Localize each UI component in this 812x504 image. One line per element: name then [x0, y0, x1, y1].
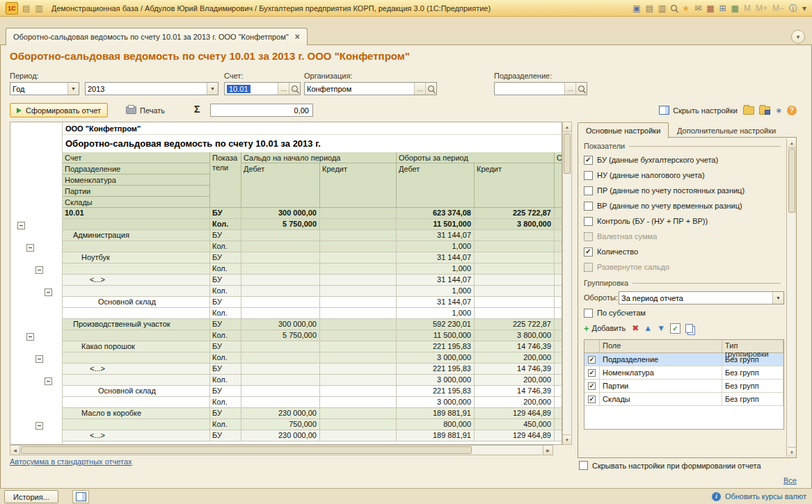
calculator-icon[interactable]: ⊞ — [719, 4, 726, 13]
report-cell[interactable]: Кол. — [210, 308, 241, 319]
report-cell[interactable]: 31 144,07 — [397, 252, 475, 263]
report-cell[interactable]: 31 144,07 — [397, 297, 475, 308]
table-icon[interactable]: ▦ — [731, 4, 739, 13]
report-cell[interactable]: БУ — [210, 230, 241, 241]
tree-collapse-toggle[interactable] — [35, 422, 43, 430]
memory-m-minus-icon[interactable]: M− — [772, 4, 784, 13]
report-cell-label[interactable] — [63, 375, 210, 386]
report-cell[interactable] — [320, 375, 397, 386]
tree-collapse-toggle[interactable] — [35, 266, 43, 274]
turnovers-combo[interactable]: За период отчета ▼ — [619, 291, 784, 304]
chevron-down-icon[interactable]: ▼ — [67, 83, 79, 95]
report-cell[interactable]: Кол. — [210, 397, 241, 408]
hide-settings-button[interactable]: Скрыть настройки — [659, 106, 738, 115]
report-cell[interactable]: 200,000 — [475, 397, 555, 408]
report-cell[interactable]: 225 722,87 — [475, 319, 555, 330]
report-cell[interactable]: БУ — [210, 364, 241, 375]
checkbox-icon[interactable] — [588, 356, 596, 364]
report-horizontal-scrollbar[interactable]: ◀ ▶ — [10, 445, 553, 455]
show-windows-button[interactable] — [72, 490, 89, 503]
report-cell[interactable]: БУ — [210, 319, 241, 330]
all-link[interactable]: Все — [783, 476, 797, 485]
report-cell[interactable]: 230 000,00 — [241, 408, 320, 419]
report-cell[interactable]: 11 500,000 — [397, 330, 475, 341]
report-cell-label[interactable] — [63, 330, 210, 341]
report-cell-label[interactable] — [63, 286, 210, 297]
grouping-row[interactable]: НоменклатураБез групп — [584, 366, 783, 380]
report-cell[interactable] — [320, 319, 397, 330]
report-cell-label[interactable] — [63, 419, 210, 430]
report-cell[interactable] — [241, 286, 320, 297]
report-cell[interactable]: Кол. — [210, 375, 241, 386]
report-cell[interactable]: Кол. — [210, 241, 241, 252]
new-document-icon[interactable]: ▤ — [22, 4, 30, 13]
chevron-down-icon[interactable]: ▼ — [207, 83, 218, 95]
info-icon[interactable]: ⓘ — [789, 4, 797, 13]
report-cell[interactable]: 3 000,000 — [397, 375, 475, 386]
period-type-combo[interactable]: Год ▼ — [10, 82, 79, 95]
report-cell[interactable] — [555, 230, 562, 241]
history-button[interactable]: История... — [4, 490, 58, 503]
open-document-icon[interactable]: ▥ — [35, 4, 42, 13]
report-cell[interactable]: 221 195,83 — [397, 341, 475, 352]
report-cell[interactable]: Кол. — [210, 286, 241, 297]
scroll-up-icon[interactable]: ▲ — [563, 122, 571, 132]
report-cell[interactable] — [475, 275, 555, 286]
memory-m-icon[interactable]: M — [744, 4, 751, 13]
report-cell-label[interactable] — [63, 352, 210, 364]
grouping-row[interactable]: ПодразделениеБез групп — [584, 353, 783, 366]
report-cell[interactable]: 31 144,07 — [397, 230, 475, 241]
save-settings-icon[interactable] — [759, 106, 770, 115]
report-cell[interactable] — [241, 341, 320, 352]
report-cell[interactable] — [555, 341, 562, 352]
tree-collapse-toggle[interactable] — [45, 288, 52, 296]
report-cell-label[interactable]: <...> — [63, 275, 210, 286]
save-icon[interactable]: ▣ — [632, 4, 640, 13]
report-cell[interactable] — [320, 275, 397, 286]
tree-collapse-toggle[interactable] — [45, 377, 52, 385]
tree-collapse-toggle[interactable] — [26, 244, 34, 252]
department-field[interactable]: … — [494, 82, 587, 95]
report-cell[interactable] — [320, 330, 397, 341]
report-cell[interactable] — [241, 364, 320, 375]
report-cell[interactable]: 450,000 — [475, 419, 555, 430]
ellipsis-icon[interactable]: … — [414, 83, 425, 95]
report-cell[interactable] — [320, 397, 397, 408]
report-cell[interactable]: 3 800,000 — [475, 219, 555, 230]
grouping-row[interactable]: ПартииБез групп — [584, 380, 783, 393]
report-cell[interactable]: 1,000 — [397, 308, 475, 319]
copy-icon[interactable] — [685, 324, 693, 333]
report-cell[interactable] — [241, 275, 320, 286]
report-cell[interactable]: 189 881,91 — [397, 408, 475, 419]
scrollbar-thumb[interactable] — [564, 133, 571, 174]
report-cell[interactable]: 14 746,39 — [475, 364, 555, 375]
ellipsis-icon[interactable]: … — [564, 83, 575, 95]
report-cell[interactable]: 623 374,08 — [397, 208, 475, 219]
tree-collapse-toggle[interactable] — [26, 333, 34, 341]
checkbox-icon[interactable] — [584, 263, 593, 272]
report-cell[interactable] — [320, 364, 397, 375]
report-cell[interactable] — [555, 252, 562, 263]
report-cell[interactable] — [320, 252, 397, 263]
configure-icon[interactable]: ∗ — [775, 106, 782, 115]
report-cell[interactable] — [475, 263, 555, 275]
report-cell[interactable]: 1,000 — [397, 263, 475, 275]
report-cell[interactable] — [555, 408, 562, 419]
report-cell-label[interactable]: Основной склад — [63, 297, 210, 308]
period-year-combo[interactable]: 2013 ▼ — [85, 82, 218, 95]
report-cell[interactable]: 14 746,39 — [475, 386, 555, 397]
checkbox-icon[interactable] — [579, 461, 588, 470]
checkbox-icon[interactable] — [584, 217, 593, 226]
report-cell[interactable]: БУ — [210, 208, 241, 219]
print-button[interactable]: Печать — [122, 103, 169, 117]
report-cell[interactable]: БУ — [210, 252, 241, 263]
update-currency-rates-link[interactable]: i Обновить курсы валют — [712, 489, 806, 504]
report-cell[interactable]: 200,000 — [475, 375, 555, 386]
report-cell[interactable]: 1,000 — [397, 286, 475, 297]
move-up-icon[interactable]: ▲ — [644, 324, 652, 332]
autosum-link[interactable]: Автосумма в стандартных отчетах — [10, 457, 132, 466]
chevron-down-icon[interactable]: ▼ — [772, 292, 783, 304]
report-cell[interactable]: 221 195,83 — [397, 364, 475, 375]
add-button[interactable]: + Добавить — [584, 324, 626, 333]
report-cell-label[interactable]: 10.01 — [63, 208, 210, 219]
